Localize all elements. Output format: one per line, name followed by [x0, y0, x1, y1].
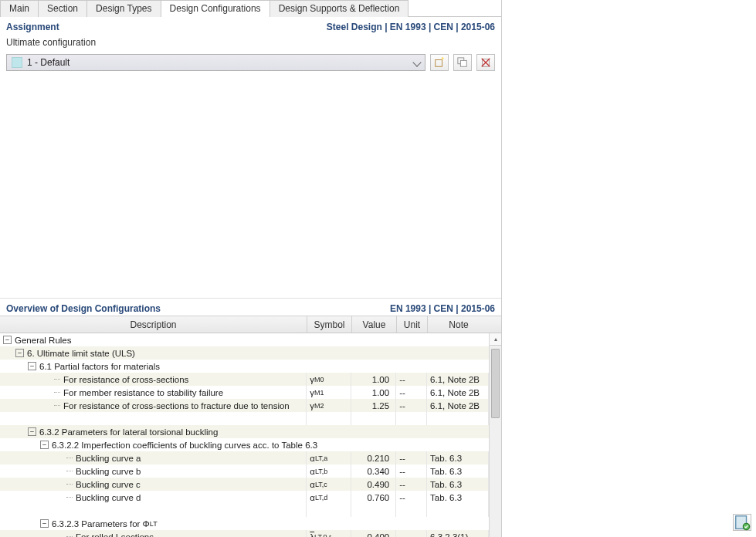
table-row[interactable]: For resistance of cross-sections to frac…: [0, 399, 489, 412]
col-value[interactable]: Value: [352, 316, 397, 333]
config-dropdown[interactable]: 1 - Default: [6, 54, 425, 71]
new-icon: [434, 57, 445, 68]
col-note[interactable]: Note: [428, 316, 490, 333]
svg-rect-0: [436, 60, 442, 67]
tab-design-supports[interactable]: Design Supports & Deflection: [270, 0, 409, 17]
table-row[interactable]: Buckling curve c αLT,c 0.490--Tab. 6.3: [0, 478, 489, 491]
grid-body[interactable]: − General Rules − 6. Ultimate limit stat…: [0, 333, 501, 537]
tree-row[interactable]: − 6.3.2.3 Parameters for ΦLT: [0, 517, 489, 530]
col-unit[interactable]: Unit: [397, 316, 428, 333]
ult-config-label: Ultimate configuration: [0, 34, 501, 51]
table-row[interactable]: Buckling curve d αLT,d 0.760--Tab. 6.3: [0, 491, 489, 504]
grid-header: Description Symbol Value Unit Note: [0, 316, 501, 333]
tree-toggle[interactable]: −: [15, 349, 24, 357]
tree-row[interactable]: − General Rules: [0, 333, 489, 346]
tab-main[interactable]: Main: [0, 0, 39, 17]
assignment-title: Assignment: [6, 22, 59, 32]
overview-title: Overview of Design Configurations: [6, 303, 161, 314]
vertical-scrollbar[interactable]: ▴: [489, 333, 501, 537]
delete-config-button[interactable]: [476, 54, 495, 71]
col-symbol[interactable]: Symbol: [307, 316, 352, 333]
tree-row[interactable]: − 6.3.2.2 Imperfection coefficients of b…: [0, 438, 489, 451]
config-dropdown-value: 1 - Default: [27, 57, 69, 68]
tree-row[interactable]: − 6.1 Partial factors for materials: [0, 360, 489, 373]
tree-toggle[interactable]: −: [28, 362, 36, 370]
blank-row: [0, 504, 489, 517]
tab-section[interactable]: Section: [38, 0, 87, 17]
col-description[interactable]: Description: [0, 316, 307, 333]
new-config-button[interactable]: [430, 54, 449, 71]
scroll-up-icon[interactable]: ▴: [490, 333, 501, 346]
overview-subtitle: EN 1993 | CEN | 2015-06: [390, 303, 495, 314]
tree-toggle[interactable]: −: [40, 441, 49, 449]
apply-icon: [734, 514, 751, 531]
duplicate-icon: [457, 57, 468, 68]
tree-row[interactable]: − 6. Ultimate limit state (ULS): [0, 346, 489, 360]
delete-icon: [480, 57, 491, 68]
tabs-bar: Main Section Design Types Design Configu…: [0, 0, 501, 17]
table-row[interactable]: For member resistance to stability failu…: [0, 386, 489, 399]
svg-rect-4: [460, 60, 466, 66]
table-row[interactable]: For resistance of cross-sections γM0 1.0…: [0, 373, 489, 386]
table-row[interactable]: For rolled I-sections λLT,0,r 0.400--6.3…: [0, 530, 489, 537]
right-panel: [502, 0, 756, 537]
tree-toggle[interactable]: −: [28, 427, 36, 436]
tab-design-configurations[interactable]: Design Configurations: [161, 0, 270, 17]
assignment-subtitle: Steel Design | EN 1993 | CEN | 2015-06: [327, 22, 495, 32]
config-color-swatch: [12, 57, 22, 68]
svg-point-2: [442, 57, 444, 59]
chevron-down-icon: [412, 58, 421, 66]
tree-toggle[interactable]: −: [3, 336, 12, 344]
duplicate-config-button[interactable]: [453, 54, 472, 71]
tree-row[interactable]: − 6.3.2 Parameters for lateral torsional…: [0, 425, 489, 438]
table-row[interactable]: Buckling curve b αLT,b 0.340--Tab. 6.3: [0, 464, 489, 478]
scrollbar-thumb[interactable]: [491, 349, 500, 418]
tree-toggle[interactable]: −: [40, 519, 49, 528]
blank-row: [0, 412, 489, 425]
table-row[interactable]: Buckling curve a αLT,a 0.210--Tab. 6.3: [0, 451, 489, 464]
tab-design-types[interactable]: Design Types: [86, 0, 161, 17]
apply-button[interactable]: [733, 514, 751, 531]
